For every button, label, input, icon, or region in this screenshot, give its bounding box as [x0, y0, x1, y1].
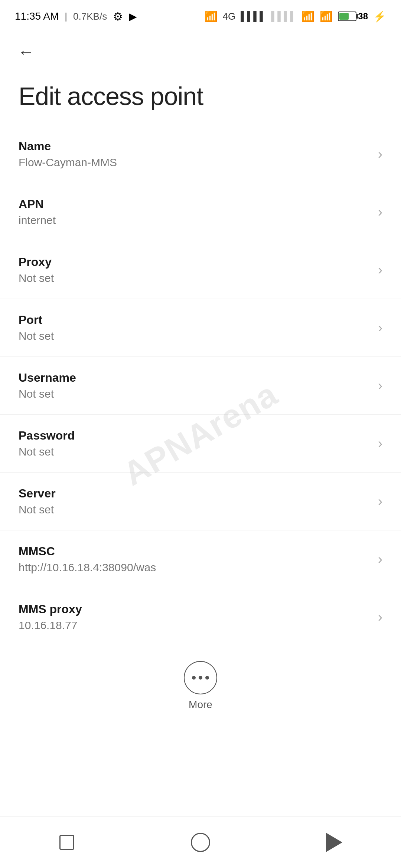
- item-content-password: Password Not set: [19, 429, 371, 458]
- item-value-port: Not set: [19, 330, 371, 342]
- item-content-port: Port Not set: [19, 313, 371, 342]
- chevron-right-icon: ›: [378, 379, 382, 392]
- network-speed-display: 0.7KB/s: [73, 11, 107, 22]
- item-label-apn: APN: [19, 197, 371, 211]
- battery-fill: [339, 13, 349, 20]
- list-item[interactable]: Password Not set ›: [0, 415, 401, 473]
- item-label-password: Password: [19, 429, 371, 443]
- chevron-right-icon: ›: [378, 206, 382, 219]
- item-content-proxy: Proxy Not set: [19, 255, 371, 285]
- item-content-server: Server Not set: [19, 487, 371, 516]
- item-value-mmsc: http://10.16.18.4:38090/was: [19, 561, 371, 574]
- more-dot-2: [199, 676, 202, 680]
- list-item[interactable]: Name Flow-Cayman-MMS ›: [0, 125, 401, 183]
- more-label: More: [189, 699, 212, 711]
- settings-icon: ⚙: [113, 10, 123, 23]
- item-label-proxy: Proxy: [19, 255, 371, 269]
- battery-indicator: 38: [338, 11, 368, 22]
- item-label-mms-proxy: MMS proxy: [19, 602, 371, 616]
- list-item[interactable]: MMS proxy 10.16.18.77 ›: [0, 588, 401, 646]
- back-button[interactable]: ←: [15, 41, 37, 63]
- chevron-right-icon: ›: [378, 263, 382, 277]
- list-item[interactable]: Username Not set ›: [0, 357, 401, 415]
- item-content-mmsc: MMSC http://10.16.18.4:38090/was: [19, 545, 371, 574]
- more-dot-1: [192, 676, 196, 680]
- more-dots-icon: [192, 676, 209, 680]
- chevron-right-icon: ›: [378, 553, 382, 566]
- signal-bars-icon: ▌▌▌▌: [241, 11, 266, 22]
- item-value-password: Not set: [19, 445, 371, 458]
- status-left: 11:35 AM | 0.7KB/s ⚙ ▶: [15, 10, 137, 23]
- recent-apps-icon: [59, 835, 74, 850]
- battery-percent: 38: [358, 11, 368, 22]
- wifi-icon: 📶: [320, 10, 333, 23]
- status-right: 📶 4G ▌▌▌▌ ▌▌▌▌ 📶 📶 38 ⚡: [205, 10, 386, 23]
- mobile-signal-icon: 4G: [223, 11, 236, 22]
- item-content-name: Name Flow-Cayman-MMS: [19, 139, 371, 169]
- time-display: 11:35 AM: [15, 10, 59, 22]
- wifi-off-icon: 📶: [301, 10, 314, 23]
- recent-apps-button[interactable]: [52, 828, 82, 857]
- item-content-username: Username Not set: [19, 371, 371, 400]
- bottom-navigation-bar: [0, 816, 401, 868]
- item-label-name: Name: [19, 139, 371, 153]
- status-bar: 11:35 AM | 0.7KB/s ⚙ ▶ 📶 4G ▌▌▌▌ ▌▌▌▌ 📶 …: [0, 0, 401, 30]
- signal-bars-2-icon: ▌▌▌▌: [271, 11, 296, 22]
- item-value-server: Not set: [19, 503, 371, 516]
- item-label-username: Username: [19, 371, 371, 385]
- page-title: Edit access point: [0, 70, 401, 125]
- chevron-right-icon: ›: [378, 148, 382, 161]
- video-icon: ▶: [129, 10, 137, 23]
- chevron-right-icon: ›: [378, 437, 382, 450]
- list-item[interactable]: Proxy Not set ›: [0, 241, 401, 299]
- chevron-right-icon: ›: [378, 321, 382, 335]
- chevron-right-icon: ›: [378, 495, 382, 508]
- back-nav-icon: [326, 833, 342, 852]
- list-item[interactable]: Port Not set ›: [0, 299, 401, 357]
- item-label-server: Server: [19, 487, 371, 500]
- item-label-port: Port: [19, 313, 371, 327]
- home-button[interactable]: [186, 828, 215, 857]
- charging-icon: ⚡: [373, 10, 386, 23]
- item-value-proxy: Not set: [19, 272, 371, 285]
- more-dot-3: [205, 676, 209, 680]
- home-icon: [191, 833, 210, 852]
- more-icon-circle: [184, 661, 217, 694]
- item-value-name: Flow-Cayman-MMS: [19, 156, 371, 169]
- item-value-apn: internet: [19, 214, 371, 227]
- top-navigation: ←: [0, 30, 401, 70]
- back-arrow-icon: ←: [18, 44, 34, 60]
- battery-box: [338, 11, 356, 21]
- item-label-mmsc: MMSC: [19, 545, 371, 558]
- list-item[interactable]: APN internet ›: [0, 183, 401, 241]
- back-nav-button[interactable]: [319, 828, 349, 857]
- more-section: More: [0, 646, 401, 722]
- bluetooth-icon: 📶: [205, 10, 218, 23]
- item-content-mms-proxy: MMS proxy 10.16.18.77: [19, 602, 371, 632]
- chevron-right-icon: ›: [378, 611, 382, 624]
- list-item[interactable]: MMSC http://10.16.18.4:38090/was ›: [0, 530, 401, 588]
- network-speed: |: [65, 11, 67, 22]
- more-button[interactable]: More: [184, 661, 217, 711]
- item-value-mms-proxy: 10.16.18.77: [19, 619, 371, 632]
- item-value-username: Not set: [19, 388, 371, 400]
- list-item[interactable]: Server Not set ›: [0, 473, 401, 530]
- item-content-apn: APN internet: [19, 197, 371, 227]
- settings-list: Name Flow-Cayman-MMS › APN internet › Pr…: [0, 125, 401, 646]
